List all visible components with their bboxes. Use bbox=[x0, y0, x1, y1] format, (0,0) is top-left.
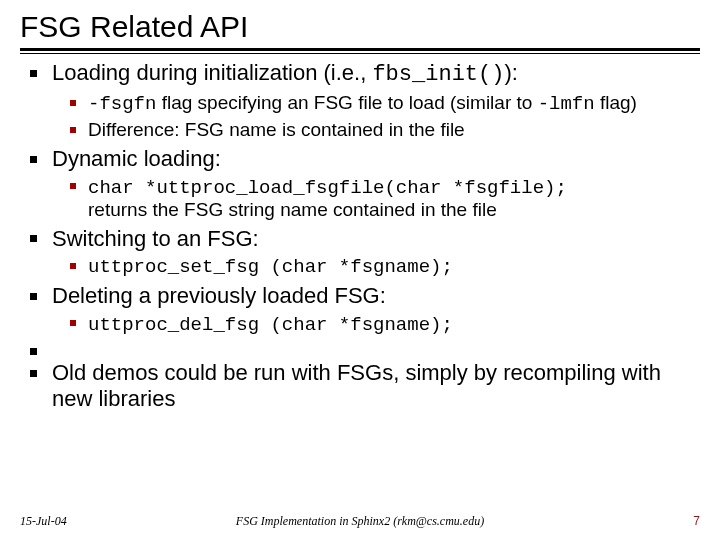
text: Difference: FSG name is contained in the… bbox=[88, 119, 465, 140]
sub-list: char *uttproc_load_fsgfile(char *fsgfile… bbox=[52, 176, 700, 222]
text: Old demos could be run with FSGs, simply… bbox=[52, 360, 661, 411]
bullet-olddemos: Old demos could be run with FSGs, simply… bbox=[30, 360, 700, 412]
code: -fsgfn bbox=[88, 93, 156, 115]
footer-title: FSG Implementation in Sphinx2 (rkm@cs.cm… bbox=[20, 514, 700, 529]
sub-list: uttproc_del_fsg (char *fsgname); bbox=[52, 313, 700, 336]
sub-bullet-setfsg: uttproc_set_fsg (char *fsgname); bbox=[70, 255, 700, 278]
text: Switching to an FSG: bbox=[52, 226, 259, 251]
sub-bullet-loadfsg: char *uttproc_load_fsgfile(char *fsgfile… bbox=[70, 176, 700, 222]
bullet-deleting: Deleting a previously loaded FSG: uttpro… bbox=[30, 283, 700, 336]
text: flag specifying an FSG file to load (sim… bbox=[156, 92, 537, 113]
code: -lmfn bbox=[538, 93, 595, 115]
title-rule-thin bbox=[20, 53, 700, 54]
bullet-switching: Switching to an FSG: uttproc_set_fsg (ch… bbox=[30, 226, 700, 279]
code: fbs_init() bbox=[372, 62, 504, 87]
footer-page: 7 bbox=[693, 514, 700, 528]
code: uttproc_set_fsg (char *fsgname); bbox=[88, 256, 453, 278]
title-rule-thick bbox=[20, 48, 700, 51]
code: char *uttproc_load_fsgfile(char *fsgfile… bbox=[88, 177, 567, 199]
sub-list: -fsgfn flag specifying an FSG file to lo… bbox=[52, 92, 700, 142]
text: ): bbox=[504, 60, 517, 85]
text: flag) bbox=[595, 92, 637, 113]
footer: 15-Jul-04 FSG Implementation in Sphinx2 … bbox=[20, 514, 700, 532]
text: Deleting a previously loaded FSG: bbox=[52, 283, 386, 308]
slide: FSG Related API Loading during initializ… bbox=[0, 0, 720, 540]
code: uttproc_del_fsg (char *fsgname); bbox=[88, 314, 453, 336]
slide-title: FSG Related API bbox=[20, 10, 700, 44]
sub-list: uttproc_set_fsg (char *fsgname); bbox=[52, 255, 700, 278]
bullet-dynamic: Dynamic loading: char *uttproc_load_fsgf… bbox=[30, 146, 700, 222]
text: Dynamic loading: bbox=[52, 146, 221, 171]
bullet-list: Loading during initialization (i.e., fbs… bbox=[20, 60, 700, 412]
text: returns the FSG string name contained in… bbox=[88, 199, 497, 220]
bullet-loading: Loading during initialization (i.e., fbs… bbox=[30, 60, 700, 142]
sub-bullet-fsgfn: -fsgfn flag specifying an FSG file to lo… bbox=[70, 92, 700, 115]
sub-bullet-delfsg: uttproc_del_fsg (char *fsgname); bbox=[70, 313, 700, 336]
text: Loading during initialization (i.e., bbox=[52, 60, 372, 85]
sub-bullet-difference: Difference: FSG name is contained in the… bbox=[70, 119, 700, 141]
spacer bbox=[30, 338, 700, 356]
